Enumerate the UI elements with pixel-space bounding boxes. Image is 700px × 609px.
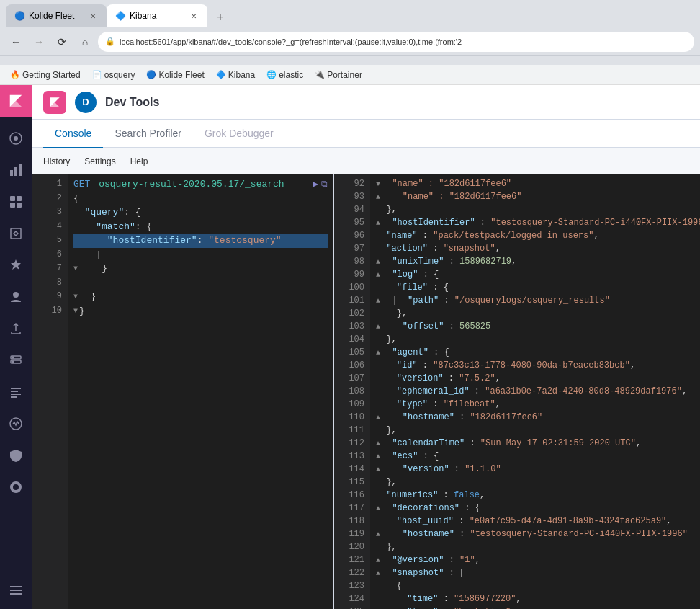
sidebar-item-infrastructure[interactable] — [0, 344, 32, 376]
code-content[interactable]: GET osquery-result-2020.05.17/_search ▶ … — [68, 174, 333, 609]
help-button[interactable]: Help — [125, 154, 154, 169]
osquery-favicon: 📄 — [92, 70, 102, 79]
tab-bar: 🔵 Kolide Fleet ✕ 🔷 Kibana ✕ + — [0, 0, 700, 27]
icon-sidebar — [0, 85, 32, 609]
code-line-3: "query": { — [73, 205, 328, 220]
run-query-icon[interactable]: ▶ — [313, 178, 318, 191]
line-num-1: 1 — [37, 177, 62, 192]
console-area: 1 2 3 4 5 6 7 8 9 10 GET osq — [32, 174, 700, 609]
apm-icon — [9, 417, 23, 431]
browser-chrome: 🔵 Kolide Fleet ✕ 🔷 Kibana ✕ + ← → ⟳ ⌂ 🔒 … — [0, 0, 700, 65]
elastic-favicon: 🌐 — [266, 70, 277, 79]
sidebar-item-dashboard[interactable] — [0, 186, 32, 218]
bookmark-getting-started[interactable]: 🔥 Getting Started — [6, 68, 85, 81]
code-line-5: "hostIdentifier": "testosquery" — [73, 234, 328, 248]
tab-grok-debugger[interactable]: Grok Debugger — [193, 120, 285, 148]
result-line-108: "ephemeral_id" : "a6a31b0e-7a2d-4240-80d… — [376, 385, 694, 398]
code-editor[interactable]: 1 2 3 4 5 6 7 8 9 10 GET osq — [32, 174, 333, 609]
tab-kibana-label: Kibana — [130, 11, 156, 21]
siem-icon — [9, 448, 23, 463]
refresh-button[interactable]: ⟳ — [52, 32, 72, 52]
svg-rect-8 — [17, 203, 22, 208]
result-line-98: ▲ "unixTime" : 1589682719, — [376, 255, 694, 268]
tab-kibana[interactable]: 🔷 Kibana ✕ — [107, 4, 207, 27]
line-num-5: 5 — [37, 234, 62, 248]
result-line-95: ▲ "hostIdentifier" : "testosquery-Standa… — [376, 216, 694, 229]
page-title: Dev Tools — [105, 96, 159, 109]
bookmark-kolide-fleet-label: Kolide Fleet — [158, 70, 204, 80]
result-line-119: ▲ "hostname" : "testosquery-Standard-PC-… — [376, 528, 694, 541]
result-line-93: ▲ "name" : "182d6117fee6" — [376, 190, 694, 203]
sidebar-item-apm[interactable] — [0, 408, 32, 440]
sidebar-item-visualize[interactable] — [0, 154, 32, 186]
kibana-icon — [48, 95, 62, 110]
sidebar-item-uploader[interactable] — [0, 313, 32, 344]
tab-search-profiler[interactable]: Search Profiler — [103, 120, 193, 148]
result-line-92: ▼ "name" : "182d6117fee6" — [376, 177, 694, 190]
results-panel[interactable]: 92 93 94 95 96 97 98 99 100 101 102 103 … — [334, 174, 700, 609]
kibana-logo[interactable] — [0, 85, 32, 117]
sidebar-item-siem[interactable] — [0, 440, 32, 471]
forward-button[interactable]: → — [29, 32, 49, 52]
kibana-app-logo — [43, 91, 66, 114]
canvas-icon — [9, 226, 23, 241]
tab-console[interactable]: Console — [43, 120, 103, 148]
line-num-2: 2 — [37, 192, 62, 206]
sidebar-item-dev-tools[interactable] — [0, 574, 32, 606]
nav-bar: ← → ⟳ ⌂ 🔒 localhost:5601/app/kibana#/dev… — [0, 27, 700, 56]
bookmark-portainer-label: Portainer — [327, 70, 362, 80]
sidebar-item-logs[interactable] — [0, 376, 32, 408]
svg-rect-18 — [11, 396, 17, 398]
sidebar-item-discover[interactable] — [0, 123, 32, 154]
visualize-icon — [9, 163, 23, 177]
history-button[interactable]: History — [37, 154, 76, 169]
new-tab-button[interactable]: + — [210, 7, 230, 27]
kolide-fleet-bm-favicon: 🔵 — [146, 70, 156, 79]
results-line-numbers: 92 93 94 95 96 97 98 99 100 101 102 103 … — [334, 174, 370, 609]
sidebar-item-machine-learning[interactable] — [0, 249, 32, 281]
getting-started-favicon: 🔥 — [10, 70, 20, 79]
tab-kolide-fleet-label: Kolide Fleet — [29, 11, 74, 21]
svg-rect-6 — [17, 196, 22, 201]
bookmark-getting-started-label: Getting Started — [22, 70, 81, 80]
result-line-113: ▲ "ecs" : { — [376, 450, 694, 463]
management-icon — [9, 480, 23, 494]
result-line-109: "type" : "filebeat", — [376, 398, 694, 411]
address-text: localhost:5601/app/kibana#/dev_tools/con… — [120, 37, 462, 46]
tab-kibana-close[interactable]: ✕ — [189, 11, 199, 21]
user-icon — [9, 290, 23, 304]
bookmarks-bar: 🔥 Getting Started 📄 osquery 🔵 Kolide Fle… — [0, 65, 700, 85]
sidebar-item-management[interactable] — [0, 471, 32, 503]
bookmark-kibana[interactable]: 🔷 Kibana — [212, 68, 259, 81]
user-avatar[interactable]: D — [75, 92, 97, 113]
kibana-logo-icon — [8, 93, 24, 109]
console-toolbar: History Settings Help — [32, 148, 700, 174]
home-button[interactable]: ⌂ — [75, 32, 95, 52]
tab-kolide-close[interactable]: ✕ — [88, 11, 98, 21]
sidebar-item-canvas[interactable] — [0, 218, 32, 249]
copy-query-icon[interactable]: ⧉ — [321, 178, 328, 191]
sidebar-item-user[interactable] — [0, 281, 32, 313]
ml-icon — [9, 258, 23, 272]
bookmark-elastic-label: elastic — [279, 70, 303, 80]
svg-rect-2 — [10, 170, 13, 176]
back-button[interactable]: ← — [6, 32, 26, 52]
result-line-103: ▲ "offset" : 565825 — [376, 320, 694, 333]
svg-point-14 — [12, 361, 14, 363]
result-line-120: }, — [376, 541, 694, 554]
dashboard-icon — [9, 195, 23, 209]
svg-rect-20 — [10, 586, 22, 587]
result-line-101: ▲ | "path" : "/osquerylogs/osquery_resul… — [376, 294, 694, 307]
tab-kolide-fleet[interactable]: 🔵 Kolide Fleet ✕ — [6, 4, 107, 27]
address-bar[interactable]: 🔒 localhost:5601/app/kibana#/dev_tools/c… — [98, 32, 694, 52]
bookmark-portainer[interactable]: 🔌 Portainer — [310, 68, 367, 81]
bookmark-kolide-fleet[interactable]: 🔵 Kolide Fleet — [142, 68, 208, 81]
kibana-header: D Dev Tools — [32, 85, 700, 120]
result-line-125: "type" : "boot_time", — [376, 605, 694, 609]
kolide-fleet-favicon: 🔵 — [14, 11, 24, 21]
bookmark-elastic[interactable]: 🌐 elastic — [262, 68, 308, 81]
editor-line-numbers: 1 2 3 4 5 6 7 8 9 10 — [32, 174, 68, 609]
bookmark-osquery[interactable]: 📄 osquery — [88, 68, 140, 81]
settings-button[interactable]: Settings — [78, 154, 121, 169]
line-num-10: 10 — [37, 304, 62, 319]
